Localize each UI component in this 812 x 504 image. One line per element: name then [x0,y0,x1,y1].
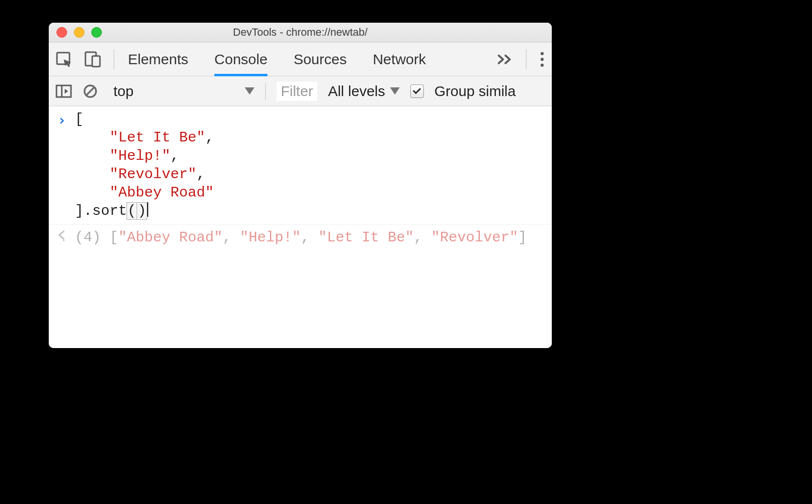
tab-sources[interactable]: Sources [294,42,347,76]
clear-console-icon[interactable] [83,84,98,99]
log-level-label: All levels [328,83,385,99]
divider [113,49,114,70]
output-result-icon [57,228,66,243]
show-console-sidebar-icon[interactable] [56,84,72,98]
settings-menu-icon[interactable] [539,51,545,68]
chevron-down-icon [390,87,400,95]
input-prompt-icon: › [57,111,66,129]
svg-point-3 [541,52,544,55]
console-output-area[interactable]: › [ "Let It Be", "Help!", "Revolver", "A… [49,106,552,348]
group-similar-label: Group simila [434,83,516,99]
filter-input[interactable]: Filter [277,82,318,101]
group-similar-checkbox[interactable] [410,84,424,98]
tab-elements[interactable]: Elements [128,42,188,76]
divider [526,49,527,70]
panel-tabs: Elements Console Sources Network [128,42,426,76]
traffic-lights [56,27,102,38]
log-level-select[interactable]: All levels [328,83,399,99]
console-output-entry: (4) ["Abbey Road", "Help!", "Let It Be",… [49,224,552,251]
svg-point-10 [63,239,64,241]
svg-point-5 [541,63,544,66]
svg-rect-2 [92,56,100,67]
inspect-element-icon[interactable] [56,50,74,69]
device-toolbar-icon[interactable] [84,50,102,69]
more-tabs-icon[interactable] [497,53,513,66]
execution-context-label: top [113,83,134,99]
window-title: DevTools - chrome://newtab/ [49,26,552,39]
console-input-code[interactable]: [ "Let It Be", "Help!", "Revolver", "Abb… [75,110,214,220]
devtools-window: DevTools - chrome://newtab/ Elements Con… [49,23,552,348]
devtools-tabsbar: Elements Console Sources Network [49,42,552,76]
tab-network[interactable]: Network [373,42,426,76]
console-input-entry: › [ "Let It Be", "Help!", "Revolver", "A… [49,106,552,224]
execution-context-select[interactable]: top [113,83,254,99]
svg-point-4 [541,57,544,60]
text-cursor [147,202,148,217]
console-toolbar: top Filter All levels Group simila [49,76,552,106]
console-output-value[interactable]: (4) ["Abbey Road", "Help!", "Let It Be",… [75,228,527,247]
tab-console[interactable]: Console [214,42,267,76]
divider [265,83,266,100]
zoom-window-button[interactable] [91,27,102,38]
minimize-window-button[interactable] [74,27,84,38]
close-window-button[interactable] [56,27,67,38]
chevron-down-icon [245,87,254,95]
svg-rect-6 [56,85,71,97]
titlebar: DevTools - chrome://newtab/ [49,23,552,42]
svg-line-9 [86,87,94,95]
